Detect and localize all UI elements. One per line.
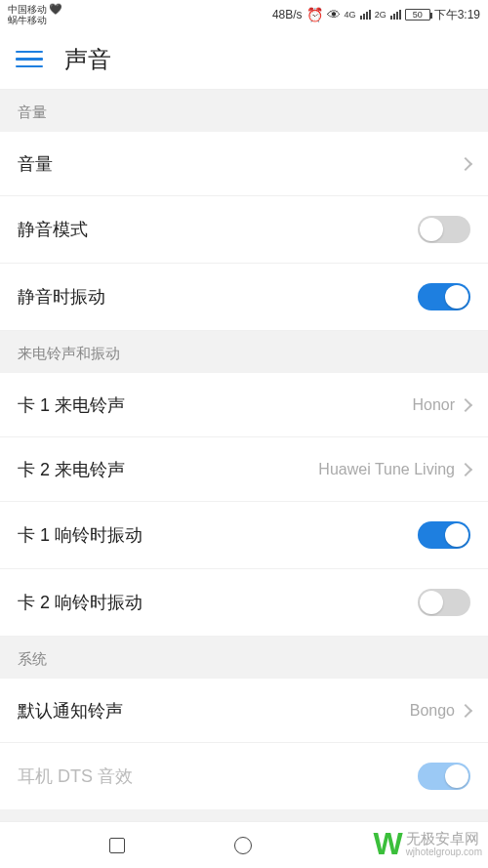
- row-label: 音量: [18, 152, 53, 176]
- row-value: Huawei Tune Living: [318, 461, 455, 478]
- chevron-right-icon: [459, 703, 472, 717]
- row-label: 卡 2 来电铃声: [18, 458, 125, 481]
- alarm-icon: ⏰: [306, 7, 323, 22]
- network-speed: 48B/s: [272, 8, 303, 21]
- row-vibrate-when-silent[interactable]: 静音时振动: [0, 264, 488, 331]
- row-volume[interactable]: 音量: [0, 132, 488, 196]
- switch-silent-mode[interactable]: [418, 216, 470, 243]
- row-label: 卡 1 响铃时振动: [18, 523, 142, 547]
- switch-sim1-vibrate[interactable]: [418, 521, 470, 549]
- row-dts: 耳机 DTS 音效: [0, 743, 488, 809]
- row-label: 静音时振动: [18, 285, 105, 309]
- menu-button[interactable]: [16, 51, 43, 68]
- row-sim2-vibrate[interactable]: 卡 2 响铃时振动: [0, 569, 488, 637]
- row-value: Honor: [412, 396, 455, 414]
- signal-1-label: 4G: [345, 10, 356, 20]
- chevron-right-icon: [459, 397, 472, 411]
- status-right: 48B/s ⏰ 👁 4G 2G 50 下午3:19: [272, 7, 480, 23]
- status-bar: 中国移动 🖤 蜗牛移动 48B/s ⏰ 👁 4G 2G 50 下午3:19: [0, 0, 488, 29]
- nav-home-icon[interactable]: [234, 837, 252, 854]
- chevron-right-icon: [459, 462, 472, 475]
- row-label: 卡 1 来电铃声: [18, 393, 125, 417]
- row-sim1-vibrate[interactable]: 卡 1 响铃时振动: [0, 502, 488, 569]
- switch-dts: [418, 763, 470, 790]
- row-silent-mode[interactable]: 静音模式: [0, 196, 488, 264]
- row-default-notification[interactable]: 默认通知铃声 Bongo: [0, 679, 488, 743]
- switch-sim2-vibrate[interactable]: [418, 589, 470, 616]
- row-sim1-ringtone[interactable]: 卡 1 来电铃声 Honor: [0, 373, 488, 437]
- section-ringtone: 来电铃声和振动: [0, 331, 488, 373]
- signal-1-icon: [360, 10, 371, 20]
- row-sim2-ringtone[interactable]: 卡 2 来电铃声 Huawei Tune Living: [0, 437, 488, 502]
- chevron-right-icon: [459, 156, 472, 170]
- section-system: 系统: [0, 637, 488, 679]
- row-value: Bongo: [410, 702, 455, 720]
- nav-recent-icon[interactable]: [109, 838, 125, 853]
- row-label: 耳机 DTS 音效: [18, 765, 133, 788]
- row-label: 默认通知铃声: [18, 699, 123, 723]
- section-volume: 音量: [0, 90, 488, 132]
- switch-vibrate-silent[interactable]: [418, 283, 470, 310]
- eye-icon: 👁: [327, 7, 341, 22]
- row-label: 卡 2 响铃时振动: [18, 591, 142, 614]
- battery-icon: 50: [405, 9, 430, 21]
- system-navbar: [0, 821, 488, 868]
- page-title: 声音: [64, 44, 111, 75]
- status-carriers: 中国移动 🖤 蜗牛移动: [8, 4, 62, 25]
- signal-2-label: 2G: [375, 10, 386, 20]
- signal-2-icon: [390, 10, 401, 20]
- clock: 下午3:19: [434, 7, 480, 23]
- settings-list[interactable]: 音量 音量 静音模式 静音时振动 来电铃声和振动 卡 1 来电铃声 Honor …: [0, 90, 488, 868]
- row-label: 静音模式: [18, 218, 88, 241]
- app-header: 声音: [0, 29, 488, 90]
